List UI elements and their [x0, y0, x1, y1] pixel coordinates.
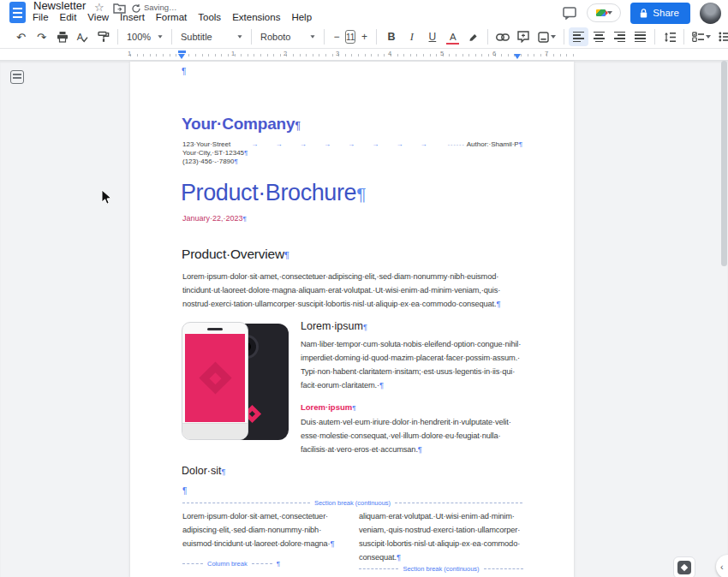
underline-button[interactable]: U	[422, 27, 442, 46]
bold-button[interactable]: B	[381, 27, 401, 46]
share-label: Share	[653, 8, 679, 18]
align-justify-button[interactable]	[630, 27, 650, 46]
add-comment-button[interactable]	[513, 27, 533, 46]
line-spacing-button[interactable]	[659, 27, 679, 46]
phone-chin	[182, 423, 248, 439]
meet-camera-icon	[596, 9, 606, 16]
share-button[interactable]: Share	[630, 3, 690, 24]
paragraph-mark: ¶	[295, 120, 300, 132]
feature2-heading[interactable]: Lorem·​ipsum¶	[301, 402, 355, 412]
italic-button[interactable]: I	[402, 27, 421, 46]
phone-front-view	[182, 322, 248, 440]
show-outline-button[interactable]	[10, 70, 24, 84]
menu-help[interactable]: Help	[291, 12, 312, 22]
paragraph-style-select[interactable]: Subtitle	[176, 27, 247, 46]
ruler: 1 1 2 3 4 5 6 7	[0, 49, 728, 61]
document-page[interactable]: ¶ Your·​Company¶ 123·​Your·​Street →→→→→…	[130, 62, 574, 577]
menu-file[interactable]: File	[33, 12, 49, 22]
undo-button[interactable]: ↶	[11, 27, 31, 46]
feature1-heading[interactable]: Lorem·​ipsum¶	[301, 320, 367, 332]
overview-paragraph[interactable]: Lorem·​ipsum·​dolor·​sit·​amet,·​consect…	[182, 271, 523, 315]
phone-screen	[185, 334, 245, 422]
paint-format-button[interactable]	[93, 27, 113, 46]
left-indent-marker[interactable]	[178, 54, 185, 59]
address-block[interactable]: 123·​Your·​Street →→→→→→→→ ------ Author…	[182, 140, 522, 166]
address-line-2: Your·​City,·​ST·​12345¶	[182, 149, 522, 158]
column-left-paragraph[interactable]: Lorem·​ipsum·​dolor·​sit·​amet,·​consect…	[182, 510, 342, 553]
explore-button[interactable]	[673, 556, 695, 577]
address-line-3: (123)·​456·​-·​7890¶	[182, 158, 522, 166]
meet-button[interactable]	[587, 3, 621, 22]
paragraph-mark: ¶	[356, 184, 366, 204]
phone-product-image[interactable]	[182, 320, 289, 443]
font-size-decrease-button[interactable]: −	[329, 27, 344, 46]
font-size-increase-button[interactable]: +	[356, 27, 372, 46]
first-line-indent-marker[interactable]	[178, 51, 186, 53]
google-docs-app: Newsletter ☆ Saving… File Edit View Inse…	[0, 0, 728, 577]
align-center-button[interactable]	[589, 27, 609, 46]
menu-tools[interactable]: Tools	[198, 12, 221, 22]
checklist-button[interactable]	[689, 27, 714, 46]
company-name-heading[interactable]: Your·​Company¶	[182, 115, 301, 134]
dolor-heading[interactable]: Dolor·​sit¶	[182, 465, 225, 477]
document-title[interactable]: Newsletter	[33, 0, 86, 12]
font-size-field[interactable]: 11	[345, 30, 355, 44]
bulleted-list-button[interactable]	[715, 27, 728, 46]
zoom-select[interactable]: 100%	[122, 27, 167, 46]
paragraph-mark: ¶	[182, 67, 186, 76]
insert-image-button[interactable]	[534, 27, 559, 46]
column-break-marker: Column break¶	[182, 560, 290, 568]
print-button[interactable]	[52, 27, 72, 46]
highlight-color-button[interactable]	[463, 27, 483, 46]
comments-icon[interactable]	[563, 7, 577, 20]
text-color-button[interactable]: A	[443, 27, 462, 46]
menu-insert[interactable]: Insert	[120, 12, 145, 22]
ruler-ticks	[130, 54, 574, 57]
tab-leader: ------	[448, 140, 465, 149]
phone-speaker	[207, 328, 223, 330]
tab-marks: →→→→→→→→	[234, 140, 445, 149]
align-right-button[interactable]	[610, 27, 630, 46]
paragraph-mark: ¶	[182, 486, 187, 496]
insert-link-button[interactable]	[492, 27, 512, 46]
overview-heading[interactable]: Product·​Overview¶	[182, 247, 289, 262]
paragraph-mark: ¶	[519, 140, 522, 149]
date-line[interactable]: January·​22,·​2023¶	[182, 214, 247, 223]
section-break-marker: Section break (continuous)	[359, 565, 523, 573]
saving-status: Saving…	[144, 3, 177, 12]
menu-view[interactable]: View	[87, 12, 109, 22]
spellcheck-button[interactable]: A	[73, 27, 92, 46]
account-avatar[interactable]	[700, 3, 721, 24]
address-line-1: 123·​Your·​Street →→→→→→→→ ------ Author…	[182, 140, 522, 149]
menu-format[interactable]: Format	[156, 12, 187, 22]
right-indent-marker[interactable]	[514, 54, 521, 59]
column-right-paragraph[interactable]: aliquam·​erat·​volutpat.·​Ut·​wisi·​enim…	[359, 510, 523, 567]
menu-edit[interactable]: Edit	[60, 12, 77, 22]
lock-icon	[640, 9, 647, 18]
mouse-cursor	[101, 189, 112, 205]
vertical-scrollbar[interactable]	[721, 61, 727, 266]
feature2-paragraph[interactable]: Duis·​autem·​vel·​eum·​iriure·​dolor·​in…	[301, 416, 523, 459]
font-family-select[interactable]: Roboto	[256, 27, 319, 46]
document-main-title[interactable]: Product·​Brochure¶	[181, 180, 366, 206]
section-break-marker: Section break (continuous)	[182, 499, 522, 507]
explore-icon	[677, 561, 691, 574]
menu-extensions[interactable]: Extensions	[232, 12, 280, 22]
document-canvas: ¶ Your·​Company¶ 123·​Your·​Street →→→→→…	[0, 61, 728, 577]
phone-logo-screen	[199, 361, 231, 394]
redo-button[interactable]: ↷	[32, 27, 51, 46]
menubar: File Edit View Insert Format Tools Exten…	[33, 12, 312, 22]
toolbar: ↶ ↷ A 100% Subtitle Roboto − 11 + B I U …	[0, 26, 728, 49]
docs-logo[interactable]	[9, 2, 26, 23]
feature1-paragraph[interactable]: Nam·​liber·​tempor·​cum·​soluta·​nobis·​…	[301, 338, 523, 395]
side-panel-toggle[interactable]: ‹	[716, 555, 728, 577]
titlebar: Newsletter ☆ Saving… File Edit View Inse…	[0, 0, 728, 26]
align-left-button[interactable]	[569, 27, 588, 46]
